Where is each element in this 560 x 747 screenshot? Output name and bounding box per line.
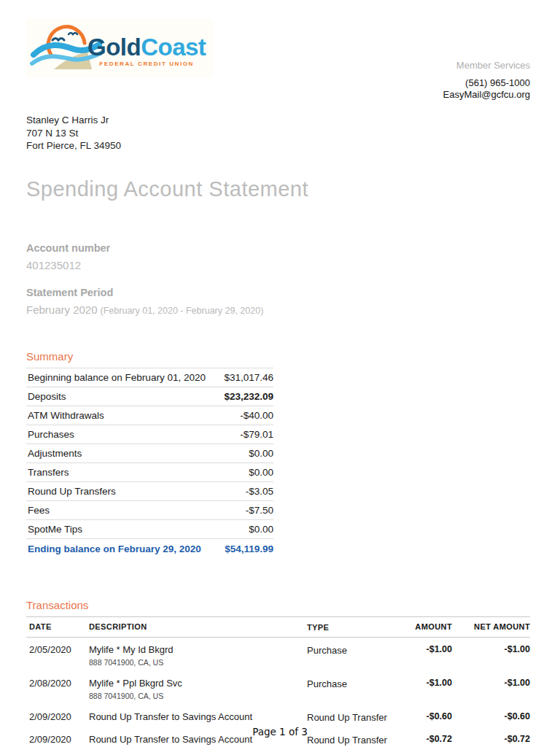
logo-text: GoldCoast FEDERAL CREDIT UNION (88, 35, 206, 67)
logo-word-coast: Coast (141, 34, 206, 61)
transaction-date: 2/08/2020 (26, 678, 89, 689)
ending-balance-label: Ending balance on February 29, 2020 (28, 543, 201, 554)
summary-row-label: Purchases (28, 429, 74, 440)
summary-row-value: -$79.01 (240, 429, 273, 440)
page-number: Page 1 of 3 (0, 726, 560, 738)
summary-row-value: -$7.50 (246, 505, 273, 516)
summary-row: Purchases-$79.01 (26, 425, 273, 444)
member-services-email: EasyMail@gcfcu.org (443, 89, 530, 101)
statement-page: GoldCoast FEDERAL CREDIT UNION Member Se… (0, 0, 560, 747)
summary-row-label: Beginning balance on February 01, 2020 (28, 372, 206, 383)
summary-row-value: -$40.00 (240, 410, 273, 421)
column-header-date: DATE (26, 622, 89, 631)
summary-row-label: ATM Withdrawals (28, 410, 104, 421)
recipient-street: 707 N 13 St (26, 127, 530, 140)
summary-row-value: $31,017.46 (224, 372, 273, 383)
transaction-amount: -$1.00 (389, 678, 452, 688)
summary-row-value: $0.00 (249, 448, 273, 459)
transactions-header-row: DATE DESCRIPTION TYPE AMOUNT NET AMOUNT (26, 616, 530, 638)
account-number-value: 401235012 (26, 259, 530, 271)
transaction-description-sub: 888 7041900, CA, US (89, 692, 307, 700)
account-number-label: Account number (26, 242, 530, 254)
member-services-label: Member Services (443, 60, 530, 71)
recipient-address: Stanley C Harris Jr 707 N 13 St Fort Pie… (26, 114, 530, 152)
transaction-amount: -$0.60 (389, 711, 452, 721)
transaction-net-amount: -$1.00 (452, 644, 530, 654)
summary-section: Summary Beginning balance on February 01… (26, 350, 273, 559)
summary-row-value: $0.00 (249, 524, 273, 535)
recipient-name: Stanley C Harris Jr (26, 114, 530, 127)
transaction-amount: -$1.00 (389, 644, 452, 654)
summary-row-label: Transfers (28, 467, 69, 478)
column-header-description: DESCRIPTION (89, 622, 307, 631)
header: GoldCoast FEDERAL CREDIT UNION Member Se… (26, 18, 530, 101)
transactions-section: Transactions DATE DESCRIPTION TYPE AMOUN… (26, 599, 530, 747)
summary-row-label: Fees (28, 505, 50, 516)
statement-period-range: (February 01, 2020 - February 29, 2020) (101, 306, 264, 316)
account-number-block: Account number 401235012 (26, 242, 530, 271)
summary-row-label: Deposits (28, 391, 66, 402)
transaction-description-sub: 888 7041900, CA, US (89, 658, 307, 667)
summary-row: Beginning balance on February 01, 2020$3… (26, 368, 273, 387)
logo-word-gold: Gold (88, 34, 141, 61)
transaction-description-main: Round Up Transfer to Savings Account (89, 711, 307, 722)
summary-row-label: Adjustments (28, 448, 82, 459)
statement-period-value: February 2020(February 01, 2020 - Februa… (26, 303, 530, 316)
summary-row: Deposits$23,232.09 (26, 387, 273, 406)
member-services-block: Member Services (561) 965-1000 EasyMail@… (443, 60, 530, 101)
transaction-description: Round Up Transfer to Savings Account (89, 711, 307, 722)
statement-period-label: Statement Period (26, 287, 530, 298)
table-row: 2/05/2020Mylife * My Id Bkgrd888 7041900… (26, 638, 530, 671)
table-row: 2/09/2020Round Up Transfer to Savings Ac… (26, 705, 530, 727)
summary-row-label: Round Up Transfers (28, 486, 116, 497)
ending-balance-value: $54,119.99 (225, 543, 273, 554)
transaction-description: Mylife * Ppl Bkgrd Svc888 7041900, CA, U… (89, 678, 307, 700)
transaction-type: Purchase (307, 678, 389, 689)
summary-heading: Summary (26, 350, 273, 363)
logo-tagline: FEDERAL CREDIT UNION (88, 61, 206, 67)
transaction-type: Round Up Transfer (307, 711, 389, 723)
transaction-description: Mylife * My Id Bkgrd888 7041900, CA, US (89, 644, 307, 667)
transactions-heading: Transactions (26, 599, 530, 611)
statement-period-month: February 2020 (26, 303, 98, 316)
column-header-amount: AMOUNT (389, 622, 452, 631)
transaction-description-main: Mylife * Ppl Bkgrd Svc (89, 678, 307, 689)
transaction-type: Purchase (307, 644, 389, 656)
transaction-description-main: Mylife * My Id Bkgrd (89, 644, 307, 655)
summary-row-value: $23,232.09 (224, 391, 273, 402)
summary-row-label: SpotMe Tips (28, 524, 82, 535)
logo-wordmark: GoldCoast (88, 35, 206, 59)
table-row: 2/08/2020Mylife * Ppl Bkgrd Svc888 70419… (26, 671, 530, 705)
transaction-net-amount: -$1.00 (452, 678, 530, 688)
summary-total-row: Ending balance on February 29, 2020 $54,… (26, 538, 273, 559)
summary-row: SpotMe Tips$0.00 (26, 519, 273, 538)
recipient-city: Fort Pierce, FL 34950 (26, 139, 530, 152)
column-header-net-amount: NET AMOUNT (452, 622, 530, 631)
transaction-date: 2/09/2020 (26, 711, 89, 722)
column-header-type: TYPE (307, 622, 389, 632)
gold-coast-logo: GoldCoast FEDERAL CREDIT UNION (26, 18, 213, 78)
summary-row: ATM Withdrawals-$40.00 (26, 406, 273, 425)
summary-row-value: -$3.05 (246, 486, 273, 497)
transaction-date: 2/05/2020 (26, 644, 89, 655)
transaction-net-amount: -$0.60 (452, 711, 530, 721)
summary-row: Transfers$0.00 (26, 462, 273, 481)
summary-row: Adjustments$0.00 (26, 444, 273, 462)
summary-row-value: $0.00 (249, 467, 273, 478)
page-title: Spending Account Statement (26, 177, 530, 201)
statement-period-block: Statement Period February 2020(February … (26, 287, 530, 316)
summary-row: Fees-$7.50 (26, 500, 273, 519)
summary-row: Round Up Transfers-$3.05 (26, 481, 273, 500)
member-services-phone: (561) 965-1000 (443, 77, 530, 89)
summary-table: Beginning balance on February 01, 2020$3… (26, 368, 273, 538)
